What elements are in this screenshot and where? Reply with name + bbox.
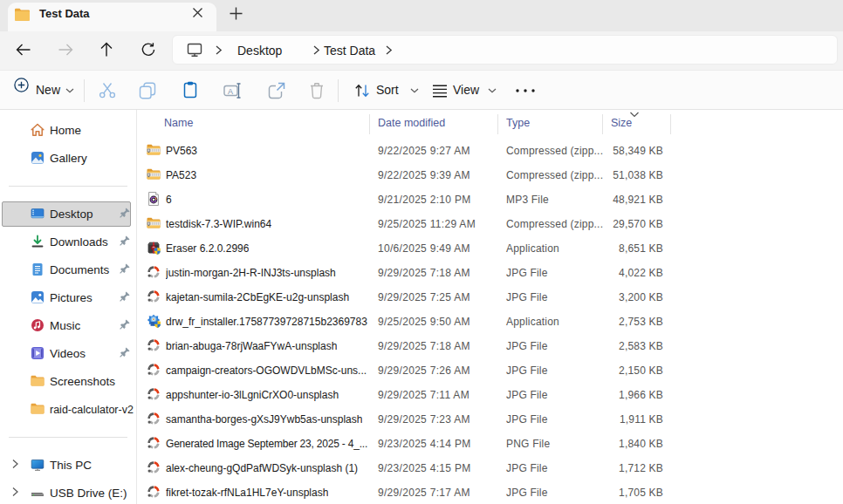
svg-text:A: A	[228, 87, 233, 96]
